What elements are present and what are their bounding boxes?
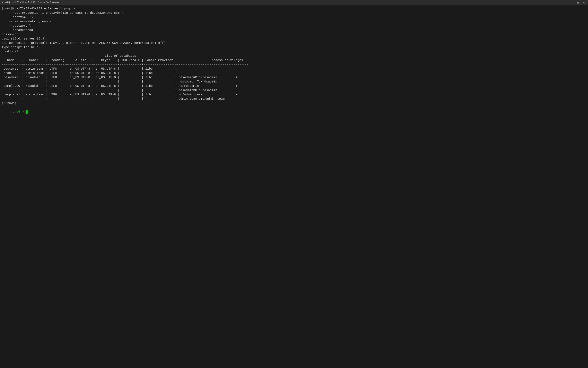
terminal-line: --username=admin_team \ <box>2 19 586 24</box>
terminal-line: rdsadmin | rdsadmin | UTF8 | en_US.UTF-8… <box>2 75 586 80</box>
terminal-output: [root@ip-172-31-43-132 ec2-user]# psql \… <box>2 7 586 105</box>
window-controls: — ▭ ✕ <box>570 1 586 4</box>
terminal-body[interactable]: [root@ip-172-31-43-132 ec2-user]# psql \… <box>0 5 588 368</box>
terminal-line: | | | | | | | admin_team=CTc/admin_team <box>2 97 586 101</box>
terminal-line: Name | Owner | Encoding | Collate | Ctyp… <box>2 58 586 62</box>
terminal-prompt-line: prod=> <box>2 105 586 118</box>
terminal-line: --password \ <box>2 24 586 28</box>
terminal-line: template1 | admin_team | UTF8 | en_US.UT… <box>2 92 586 97</box>
terminal-line: -----------+------------+----------+----… <box>2 62 586 67</box>
terminal-line: --port=5432 \ <box>2 15 586 19</box>
close-button[interactable]: ✕ <box>582 1 586 4</box>
terminal-window: root@ip-172-31-43-132:/home/ec2-user — ▭… <box>0 0 588 368</box>
terminal-line: --dbname=prod <box>2 28 586 32</box>
terminal-line: postgres | admin_team | UTF8 | en_US.UTF… <box>2 67 586 71</box>
window-title: root@ip-172-31-43-132:/home/ec2-user <box>2 1 570 4</box>
terminal-line: --host=production-1.cndozybrj1lp.us-east… <box>2 11 586 15</box>
title-bar: root@ip-172-31-43-132:/home/ec2-user — ▭… <box>0 0 588 5</box>
terminal-line: (5 rows) <box>2 101 586 105</box>
prompt-text: prod=> <box>13 110 26 114</box>
terminal-line: [root@ip-172-31-43-132 ec2-user]# psql \ <box>2 7 586 11</box>
terminal-line: template0 | rdsadmin | UTF8 | en_US.UTF-… <box>2 84 586 88</box>
minimize-button[interactable]: — <box>570 1 574 4</box>
terminal-line: psql (15.0, server 15.3) <box>2 37 586 41</box>
terminal-line: prod | admin_team | UTF8 | en_US.UTF-8 |… <box>2 71 586 75</box>
terminal-line: List of databases <box>2 54 586 58</box>
terminal-line: | | | | | | | rdstopmgr=Tc/rdsadmin <box>2 80 586 84</box>
maximize-button[interactable]: ▭ <box>576 1 580 4</box>
terminal-line: Type "help" for help. <box>2 45 586 50</box>
terminal-line: Password: <box>2 32 586 37</box>
terminal-line: | | | | | | | rdsadmin=CTc/rdsadmin <box>2 88 586 92</box>
cursor <box>26 110 28 114</box>
terminal-line: SSL connection (protocol: TLSv1.2, ciphe… <box>2 41 586 45</box>
terminal-line: prod=> \l <box>2 50 586 54</box>
